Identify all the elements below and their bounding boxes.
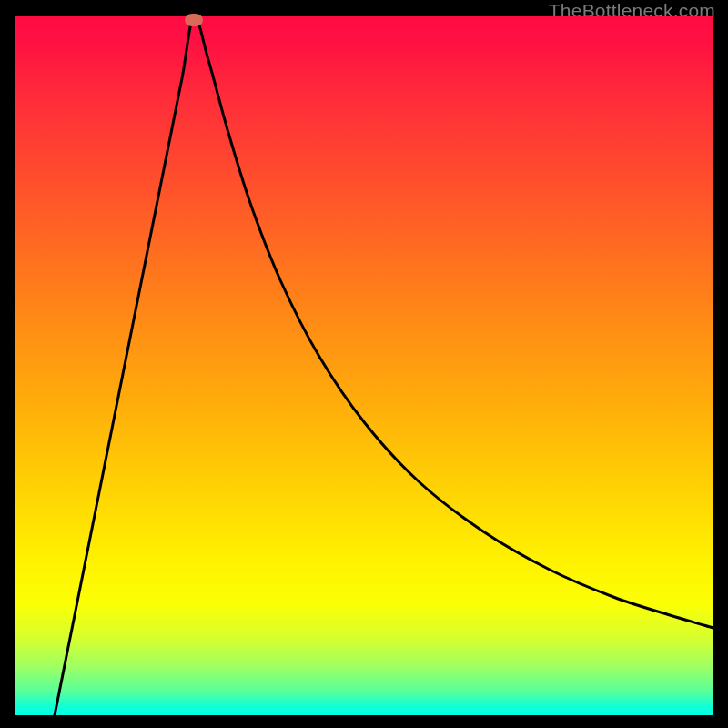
plot-marker-dot bbox=[185, 14, 203, 26]
plot-frame bbox=[15, 16, 713, 715]
plot-curve bbox=[15, 16, 713, 715]
